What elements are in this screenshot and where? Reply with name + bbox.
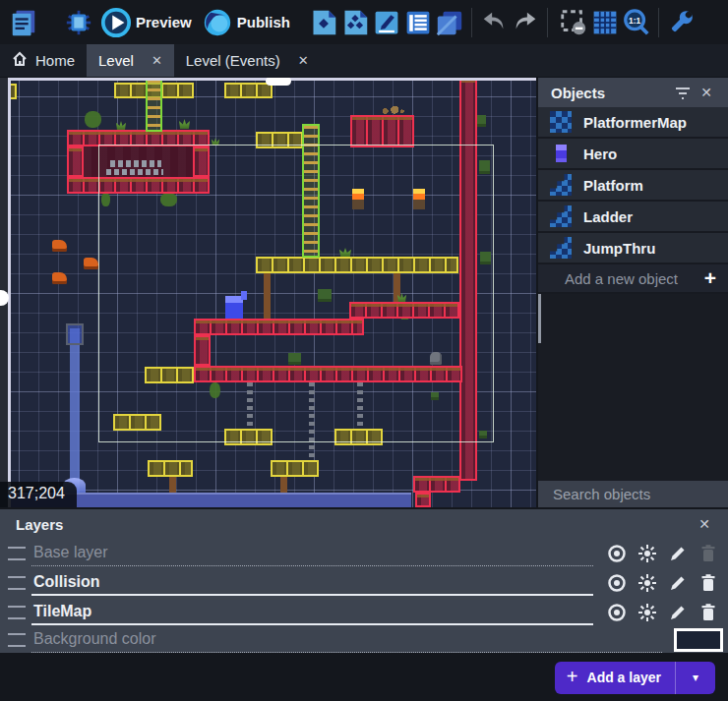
tile-vine[interactable] xyxy=(101,193,110,206)
visibility-eye-icon[interactable] xyxy=(605,601,629,624)
add-layer-button[interactable]: + Add a layer ▾ xyxy=(555,662,715,694)
delete-trash-icon[interactable] xyxy=(697,601,720,624)
tile-chain[interactable] xyxy=(247,382,253,429)
layer-name-field[interactable]: Base layer xyxy=(31,542,593,566)
instances-list-icon[interactable] xyxy=(402,7,434,38)
object-groups-icon[interactable] xyxy=(339,7,371,38)
preview-play-icon[interactable] xyxy=(100,7,132,38)
layers-stack-icon[interactable] xyxy=(434,7,465,38)
effects-brightness-icon[interactable] xyxy=(636,601,659,624)
tile-bush[interactable] xyxy=(476,115,486,127)
preview-button[interactable]: Preview xyxy=(136,14,192,30)
tile-yellow[interactable] xyxy=(224,83,273,98)
chevron-down-icon[interactable]: ▾ xyxy=(676,671,715,684)
edit-pencil-icon[interactable] xyxy=(666,601,690,624)
tile-hero[interactable] xyxy=(225,296,243,319)
tile-bush[interactable] xyxy=(318,289,332,302)
project-manager-icon[interactable] xyxy=(8,7,39,38)
publish-globe-icon[interactable] xyxy=(202,7,233,38)
edit-pencil-icon[interactable] xyxy=(666,571,690,595)
horizontal-scrollbar-thumb[interactable] xyxy=(266,78,291,86)
setup-grid-wrench-icon[interactable] xyxy=(665,7,697,38)
publish-button[interactable]: Publish xyxy=(237,14,290,30)
effects-brightness-icon[interactable] xyxy=(636,571,659,595)
tile-red[interactable] xyxy=(415,493,431,507)
tile-red[interactable] xyxy=(194,366,462,382)
tab-level-events[interactable]: Level (Events) ✕ xyxy=(174,44,321,77)
background-color-swatch[interactable] xyxy=(674,628,723,652)
tile-red[interactable] xyxy=(67,177,210,194)
tile-bush[interactable] xyxy=(480,252,491,264)
tile-torch[interactable] xyxy=(352,189,364,209)
tile-vine[interactable] xyxy=(85,111,101,128)
tile-yellow[interactable] xyxy=(148,460,193,477)
grid-icon[interactable] xyxy=(589,7,621,38)
object-item-hero[interactable]: Hero xyxy=(538,139,728,170)
layer-name-field[interactable]: TileMap xyxy=(31,601,593,625)
drag-handle-icon[interactable] xyxy=(8,576,26,590)
redo-icon[interactable] xyxy=(510,7,541,38)
drag-handle-icon[interactable] xyxy=(8,547,26,560)
objects-scrollbar-thumb[interactable] xyxy=(538,294,541,343)
tile-rock[interactable] xyxy=(430,352,442,365)
object-item-ladder[interactable]: Ladder xyxy=(538,202,728,233)
close-icon[interactable]: ✕ xyxy=(152,53,162,68)
layer-row-tilemap[interactable]: TileMap xyxy=(0,598,728,627)
tile-ladder[interactable] xyxy=(302,124,320,258)
tile-bush[interactable] xyxy=(288,353,301,365)
drag-handle-icon[interactable] xyxy=(8,606,26,619)
tile-critter[interactable] xyxy=(52,272,67,284)
scene-canvas[interactable] xyxy=(8,78,536,507)
tile-critter[interactable] xyxy=(84,258,98,269)
tile-grass[interactable] xyxy=(212,138,219,146)
tile-grass[interactable] xyxy=(116,121,126,130)
tile-bush[interactable] xyxy=(479,160,490,174)
tile-fall[interactable] xyxy=(70,328,80,494)
tile-chain[interactable] xyxy=(309,382,315,458)
tile-glyph[interactable] xyxy=(106,169,163,175)
tile-chain[interactable] xyxy=(357,382,363,429)
tile-yellow[interactable] xyxy=(113,414,161,431)
tile-red[interactable] xyxy=(194,335,211,366)
tile-red[interactable] xyxy=(413,476,460,493)
tile-critter[interactable] xyxy=(52,240,67,252)
tile-post[interactable] xyxy=(169,477,176,493)
object-item-jumpthru[interactable]: JumpThru xyxy=(538,233,728,264)
tile-red[interactable] xyxy=(193,146,210,177)
delete-trash-icon[interactable] xyxy=(697,571,720,595)
tile-torch[interactable] xyxy=(413,189,425,209)
tile-vine[interactable] xyxy=(160,193,177,206)
tile-vine[interactable] xyxy=(210,382,220,398)
tile-red[interactable] xyxy=(67,146,84,177)
layer-name-field[interactable]: Collision xyxy=(31,571,593,596)
tile-yellow[interactable] xyxy=(256,132,303,148)
tile-ladder[interactable] xyxy=(146,78,162,132)
layer-name-field[interactable]: Background color xyxy=(31,628,662,653)
add-object-icon[interactable] xyxy=(308,7,339,38)
tile-bush[interactable] xyxy=(479,431,487,438)
debugger-build-icon[interactable] xyxy=(63,7,94,38)
tile-red[interactable] xyxy=(67,130,210,146)
close-icon[interactable]: ✕ xyxy=(298,53,309,68)
tile-post[interactable] xyxy=(264,273,271,319)
tile-yellow[interactable] xyxy=(145,367,194,383)
deselect-icon[interactable] xyxy=(558,7,589,38)
tile-red[interactable] xyxy=(350,115,414,147)
vertical-scrollbar[interactable] xyxy=(8,78,11,507)
tile-post[interactable] xyxy=(280,477,287,493)
layer-row-base[interactable]: Base layer xyxy=(0,539,728,568)
tile-grass[interactable] xyxy=(339,248,351,257)
close-icon[interactable]: ✕ xyxy=(695,81,718,104)
tile-red[interactable] xyxy=(194,319,364,335)
tile-grass[interactable] xyxy=(179,119,190,129)
tile-yellow[interactable] xyxy=(271,460,319,477)
drag-handle-icon[interactable] xyxy=(8,633,26,647)
tile-yellow[interactable] xyxy=(256,257,458,273)
zoom-1-1-icon[interactable]: 1:1 xyxy=(621,7,652,38)
search-input[interactable] xyxy=(551,485,728,503)
tile-glyph[interactable] xyxy=(110,160,161,167)
tab-level[interactable]: Level ✕ xyxy=(87,44,174,77)
object-item-platform[interactable]: Platform xyxy=(538,170,728,202)
tile-yellow[interactable] xyxy=(224,429,273,445)
tile-bush[interactable] xyxy=(431,392,439,400)
